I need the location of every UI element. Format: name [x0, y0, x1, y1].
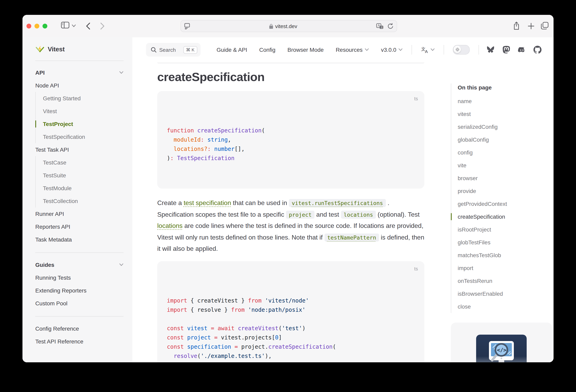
sidebar-item-running-tests[interactable]: Running Tests — [35, 271, 123, 284]
code-line: const vitest = await createVitest('test'… — [167, 324, 415, 333]
nav-link-browser-mode[interactable]: Browser Mode — [288, 47, 324, 53]
tab-overview-icon[interactable] — [541, 22, 549, 30]
toc-item-createspecification[interactable]: createSpecification — [458, 210, 552, 223]
chevron-down-icon — [398, 48, 403, 51]
code-block-signature[interactable]: ts function createSpecification( moduleI… — [157, 91, 424, 189]
sidebar-item-testcollection[interactable]: TestCollection — [43, 195, 123, 208]
toc-item-globalconfig[interactable]: globalConfig — [458, 133, 552, 146]
github-icon[interactable] — [533, 46, 542, 54]
sidebar-item-test-task-api[interactable]: Test Task API — [35, 143, 123, 156]
site-body: Vitest APINode APIGetting StartedVitestT… — [23, 37, 553, 362]
outline-list: namevitestserializedConfigglobalConfigco… — [458, 95, 552, 313]
search-shortcut: ⌘ K — [183, 46, 197, 54]
share-icon[interactable] — [513, 22, 520, 30]
discord-icon[interactable] — [518, 46, 526, 54]
translate-icon[interactable]: 文A — [421, 46, 429, 53]
toc-item-provide[interactable]: provide — [458, 184, 552, 197]
sidebar-item-testmodule[interactable]: TestModule — [43, 182, 123, 195]
sidebar-item-label: Config Reference — [35, 325, 79, 332]
chevron-down-icon — [431, 48, 435, 51]
toc-item-config[interactable]: config — [458, 146, 552, 159]
sidebar-item-node-api[interactable]: Node API — [35, 79, 123, 92]
sidebar-item-testcase[interactable]: TestCase — [43, 156, 123, 169]
screenshot-stage: vitest.dev A 文 — [0, 0, 576, 392]
forward-button[interactable] — [100, 23, 105, 30]
inline-link[interactable]: test specification — [184, 199, 231, 206]
sidebar-item-custom-pool[interactable]: Custom Pool — [35, 297, 123, 310]
nav-links: Guide & APIConfigBrowser ModeResourcesv3… — [204, 37, 542, 62]
chevron-down-icon — [119, 71, 123, 74]
code-monitor-illustration: </> — [476, 335, 527, 362]
reader-view-icon[interactable] — [184, 23, 190, 29]
code-block-example[interactable]: ts import { createVitest } from 'vitest/… — [157, 261, 424, 362]
toc-item-browser[interactable]: browser — [458, 172, 552, 184]
toc-item-getprovidedcontext[interactable]: getProvidedContext — [458, 197, 552, 210]
toc-item-isbrowserenabled[interactable]: isBrowserEnabled — [458, 287, 552, 300]
inline-code: locations — [341, 211, 376, 218]
code-line: locations?: number[], — [167, 145, 415, 154]
address-bar[interactable]: vitest.dev A 文 — [180, 20, 397, 32]
sidebar-item-testsuite[interactable]: TestSuite — [43, 169, 123, 182]
sidebar-item-getting-started[interactable]: Getting Started — [43, 92, 123, 105]
new-tab-icon[interactable] — [528, 23, 534, 29]
toc-item-import[interactable]: import — [458, 262, 552, 274]
sidebar-item-config-reference[interactable]: Config Reference — [35, 322, 123, 335]
sponsor-card[interactable]: </> — [451, 323, 552, 362]
sidebar-item-testproject[interactable]: TestProject — [43, 118, 123, 130]
translate-page-icon[interactable]: A 文 — [376, 23, 383, 29]
sidebar-item-vitest[interactable]: Vitest — [43, 105, 123, 118]
text-run: that can be used in — [231, 199, 289, 206]
inline-code-link[interactable]: testNamePattern — [324, 233, 379, 241]
toc-item-isrootproject[interactable]: isRootProject — [458, 223, 552, 236]
sidebar-item-task-metadata[interactable]: Task Metadata — [35, 233, 123, 246]
sidebar-divider — [35, 60, 123, 61]
nav-divider — [444, 45, 444, 55]
mastodon-icon[interactable] — [502, 46, 510, 54]
inline-link[interactable]: locations — [157, 222, 182, 229]
code-lines: function createSpecification( moduleId: … — [167, 126, 415, 163]
inline-code-link[interactable]: vitest.runTestSpecifications — [289, 199, 386, 207]
sidebar-item-label: API — [35, 69, 45, 76]
toc-item-vite[interactable]: vite — [458, 159, 552, 172]
code-line — [167, 314, 415, 324]
nav-link-label: Config — [259, 47, 275, 53]
chevron-down-icon — [119, 263, 123, 266]
sidebar-item-test-api-reference[interactable]: Test API Reference — [35, 335, 123, 348]
sidebar-nav: APINode APIGetting StartedVitestTestProj… — [35, 66, 123, 348]
sidebar-item-reporters-api[interactable]: Reporters API — [35, 220, 123, 233]
sidebar-item-testspecification[interactable]: TestSpecification — [43, 130, 123, 143]
toc-item-matchestestglob[interactable]: matchesTestGlob — [458, 249, 552, 262]
top-navbar: Search ⌘ K Guide & APIConfigBrowser Mode… — [132, 37, 553, 62]
sidebar-item-runner-api[interactable]: Runner API — [35, 208, 123, 220]
close-window-button[interactable] — [27, 24, 31, 29]
code-line: moduleId: string, — [167, 135, 415, 145]
sidebar-chevron-icon[interactable] — [72, 25, 76, 27]
nav-link-v3-0-0[interactable]: v3.0.0 — [381, 47, 403, 53]
sidebar-item-guides[interactable]: Guides — [35, 258, 123, 271]
toc-item-name[interactable]: name — [458, 95, 552, 108]
back-button[interactable] — [86, 23, 90, 30]
minimize-window-button[interactable] — [34, 24, 39, 29]
nav-link-config[interactable]: Config — [259, 47, 275, 53]
theme-toggle[interactable] — [453, 45, 470, 55]
sidebar-toggle-icon[interactable] — [61, 22, 69, 29]
maximize-window-button[interactable] — [43, 24, 47, 29]
brand[interactable]: Vitest — [35, 44, 123, 55]
code-line: import { createVitest } from 'vitest/nod… — [167, 296, 415, 305]
toc-item-vitest[interactable]: vitest — [458, 108, 552, 120]
toc-item-ontestsrerun[interactable]: onTestsRerun — [458, 274, 552, 287]
toc-item-close[interactable]: close — [458, 300, 552, 313]
bluesky-icon[interactable] — [487, 46, 494, 54]
search-button[interactable]: Search ⌘ K — [146, 43, 201, 57]
outline-title: On this page — [458, 84, 552, 91]
nav-link-guide-api[interactable]: Guide & API — [217, 47, 247, 53]
sidebar: Vitest APINode APIGetting StartedVitestT… — [23, 37, 132, 362]
description-paragraph: Create a test specification that can be … — [157, 197, 424, 255]
toc-item-serializedconfig[interactable]: serializedConfig — [458, 120, 552, 133]
nav-link-resources[interactable]: Resources — [336, 47, 369, 53]
toc-item-globtestfiles[interactable]: globTestFiles — [458, 236, 552, 249]
sidebar-item-extending-reporters[interactable]: Extending Reporters — [35, 284, 123, 297]
sponsor-image: </> — [476, 335, 527, 362]
sidebar-item-api[interactable]: API — [35, 66, 123, 79]
reload-icon[interactable] — [387, 23, 394, 29]
